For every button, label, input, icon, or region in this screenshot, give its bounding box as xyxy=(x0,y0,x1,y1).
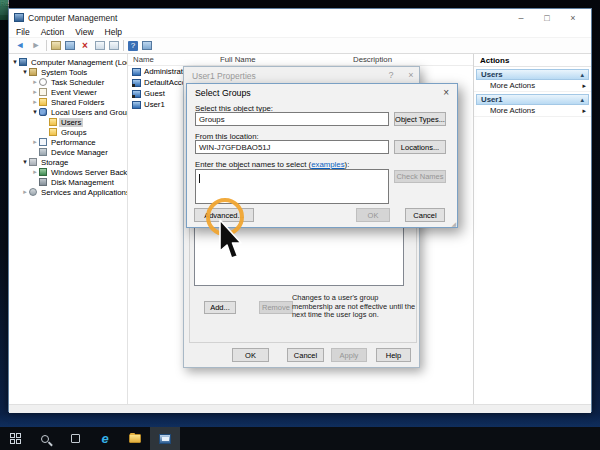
windows-logo-icon xyxy=(10,433,21,444)
user-icon xyxy=(132,68,141,76)
console-window-icon[interactable] xyxy=(65,41,75,50)
task-view-icon xyxy=(71,434,80,443)
tree-item-computer-management[interactable]: Computer Management (Local xyxy=(9,57,127,67)
maximize-icon[interactable]: □ xyxy=(534,13,560,23)
console-tree: Computer Management (Local System Tools … xyxy=(9,54,128,404)
dialog-help-icon[interactable]: ? xyxy=(384,70,398,80)
more-actions-users[interactable]: More Actions ▸ xyxy=(474,80,591,92)
tree-item-device-manager[interactable]: Device Manager xyxy=(9,147,127,157)
delete-icon[interactable]: × xyxy=(79,40,91,51)
dialog-close-icon[interactable]: × xyxy=(404,70,418,80)
menu-action[interactable]: Action xyxy=(41,27,65,37)
show-console-tree-icon[interactable] xyxy=(51,41,61,50)
help-icon[interactable]: ? xyxy=(128,41,138,51)
actions-title: Actions xyxy=(474,54,591,67)
chevron-collapsed-icon[interactable] xyxy=(31,167,39,177)
text-caret xyxy=(199,174,200,183)
disk-management-icon xyxy=(39,178,47,186)
tree-item-windows-server-backup[interactable]: Windows Server Backup xyxy=(9,167,127,177)
close-icon[interactable]: × xyxy=(560,13,586,23)
actions-section-user1[interactable]: User1 ▴ xyxy=(476,94,589,105)
apply-button[interactable]: Apply xyxy=(331,348,367,362)
internet-explorer-icon: e xyxy=(101,432,108,445)
tree-item-services-and-applications[interactable]: Services and Applications xyxy=(9,187,127,197)
remove-button[interactable]: Remove xyxy=(259,301,293,314)
task-scheduler-icon xyxy=(39,78,47,86)
tree-item-task-scheduler[interactable]: Task Scheduler xyxy=(9,77,127,87)
computer-icon xyxy=(19,58,27,66)
desktop-icon-fragment-2 xyxy=(0,0,8,20)
collapse-icon[interactable]: ▴ xyxy=(580,71,584,79)
task-view-button[interactable] xyxy=(60,427,90,450)
ok-button[interactable]: OK xyxy=(356,208,390,222)
submenu-arrow-icon: ▸ xyxy=(582,82,586,90)
dialog-close-icon[interactable]: × xyxy=(443,87,449,98)
device-manager-icon xyxy=(39,148,47,156)
shared-folders-icon xyxy=(39,98,47,106)
actions-section-users[interactable]: Users ▴ xyxy=(476,69,589,80)
more-actions-user1[interactable]: More Actions ▸ xyxy=(474,105,591,117)
menu-bar: File Action View Help xyxy=(9,26,591,38)
object-names-label: Enter the object names to select (exampl… xyxy=(195,160,349,169)
user-disabled-icon xyxy=(132,90,141,98)
menu-file[interactable]: File xyxy=(16,27,30,37)
chevron-expanded-icon[interactable] xyxy=(21,157,29,167)
chevron-expanded-icon[interactable] xyxy=(21,67,29,77)
location-field[interactable]: WIN-J7GFDBAO51J xyxy=(195,140,389,154)
object-type-field[interactable]: Groups xyxy=(195,112,389,126)
ok-button[interactable]: OK xyxy=(232,348,269,362)
examples-link[interactable]: examples xyxy=(311,160,344,169)
tree-item-performance[interactable]: Performance xyxy=(9,137,127,147)
internet-explorer-button[interactable]: e xyxy=(90,427,120,450)
back-icon[interactable]: ◄ xyxy=(14,40,26,51)
file-explorer-icon xyxy=(129,434,141,443)
cancel-button[interactable]: Cancel xyxy=(287,348,324,362)
tree-item-shared-folders[interactable]: Shared Folders xyxy=(9,97,127,107)
resize-grip[interactable]: ◢ xyxy=(451,220,456,227)
cancel-button[interactable]: Cancel xyxy=(405,208,445,222)
tree-item-system-tools[interactable]: System Tools xyxy=(9,67,127,77)
server-backup-icon xyxy=(39,168,47,176)
services-icon xyxy=(29,188,37,196)
chevron-collapsed-icon[interactable] xyxy=(31,137,39,147)
search-button[interactable] xyxy=(30,427,60,450)
check-names-button[interactable]: Check Names xyxy=(394,170,446,183)
system-tools-icon xyxy=(29,68,37,76)
users-view-icon[interactable] xyxy=(142,41,152,50)
tree-item-groups[interactable]: Groups xyxy=(9,127,127,137)
submenu-arrow-icon: ▸ xyxy=(582,107,586,115)
tree-item-storage[interactable]: Storage xyxy=(9,157,127,167)
title-bar[interactable]: Computer Management – □ × xyxy=(9,9,591,26)
minimize-icon[interactable]: – xyxy=(508,13,534,23)
column-header-name[interactable]: Name xyxy=(128,55,220,64)
tree-item-local-users-and-groups[interactable]: Local Users and Groups xyxy=(9,107,127,117)
dialog-title: Select Groups xyxy=(195,88,251,98)
user-disabled-icon xyxy=(132,79,141,87)
computer-management-taskbar-button[interactable] xyxy=(150,427,180,450)
start-button[interactable] xyxy=(0,427,30,450)
chevron-collapsed-icon[interactable] xyxy=(21,187,29,197)
chevron-collapsed-icon[interactable] xyxy=(31,87,39,97)
tree-item-disk-management[interactable]: Disk Management xyxy=(9,177,127,187)
chevron-expanded-icon[interactable] xyxy=(31,107,39,117)
help-button[interactable]: Help xyxy=(376,348,411,362)
menu-view[interactable]: View xyxy=(75,27,93,37)
chevron-collapsed-icon[interactable] xyxy=(31,77,39,87)
forward-icon[interactable]: ► xyxy=(30,40,42,51)
object-types-button[interactable]: Object Types... xyxy=(394,112,446,126)
file-explorer-button[interactable] xyxy=(120,427,150,450)
collapse-icon[interactable]: ▴ xyxy=(580,96,584,104)
add-button[interactable]: Add... xyxy=(204,301,236,314)
column-header-description[interactable]: Description xyxy=(353,55,453,64)
column-header-full-name[interactable]: Full Name xyxy=(220,55,353,64)
locations-button[interactable]: Locations... xyxy=(394,140,446,154)
local-users-and-groups-icon xyxy=(39,108,47,116)
tree-item-users[interactable]: Users xyxy=(9,117,127,127)
chevron-collapsed-icon[interactable] xyxy=(31,97,39,107)
properties-icon[interactable] xyxy=(95,41,105,50)
export-list-icon[interactable] xyxy=(109,41,119,50)
chevron-expanded-icon[interactable] xyxy=(11,57,19,67)
menu-help[interactable]: Help xyxy=(105,27,122,37)
tree-item-event-viewer[interactable]: Event Viewer xyxy=(9,87,127,97)
storage-icon xyxy=(29,158,37,166)
